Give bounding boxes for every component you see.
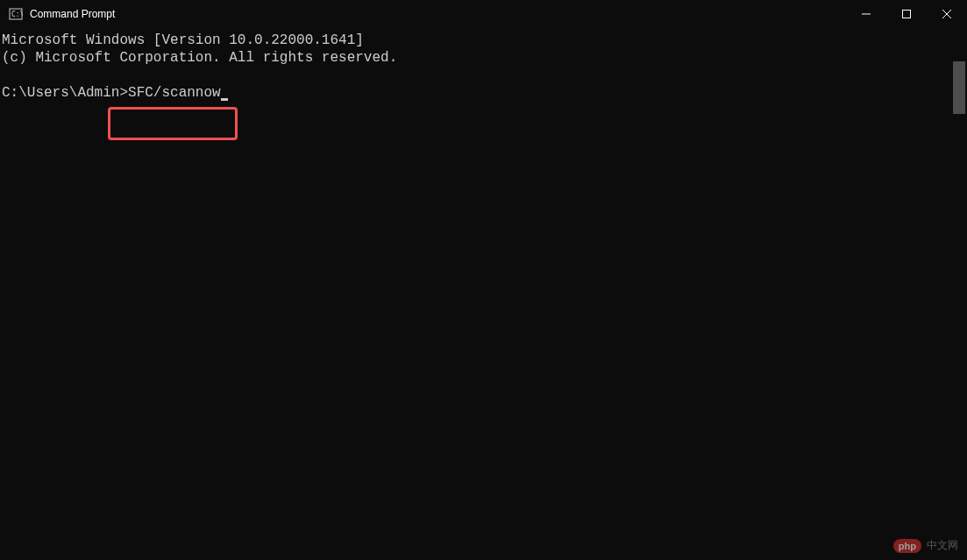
annotation-highlight-box: [108, 107, 238, 140]
titlebar[interactable]: C:\ Command Prompt: [0, 0, 967, 28]
scrollbar-thumb[interactable]: [953, 61, 965, 114]
window-controls: [846, 0, 967, 28]
svg-text:C:\: C:\: [11, 11, 23, 18]
watermark: php 中文网: [893, 538, 958, 553]
watermark-text: 中文网: [927, 538, 958, 553]
titlebar-left: C:\ Command Prompt: [9, 7, 115, 21]
watermark-badge: php: [893, 539, 921, 553]
copyright-line: (c) Microsoft Corporation. All rights re…: [2, 49, 965, 67]
command-prompt-window: C:\ Command Prompt: [0, 0, 967, 560]
svg-rect-3: [903, 11, 911, 18]
version-line: Microsoft Windows [Version 10.0.22000.16…: [2, 32, 965, 49]
close-button[interactable]: [927, 0, 967, 28]
command-input[interactable]: SFC/scannow: [128, 85, 221, 101]
cmd-icon: C:\: [9, 7, 23, 21]
terminal-body[interactable]: Microsoft Windows [Version 10.0.22000.16…: [0, 28, 967, 560]
minimize-button[interactable]: [846, 0, 886, 28]
prompt-text: C:\Users\Admin>: [2, 85, 128, 101]
cursor: [221, 98, 228, 101]
prompt-line: C:\Users\Admin>SFC/scannow: [2, 84, 965, 102]
maximize-button[interactable]: [886, 0, 927, 28]
window-title: Command Prompt: [30, 8, 115, 20]
